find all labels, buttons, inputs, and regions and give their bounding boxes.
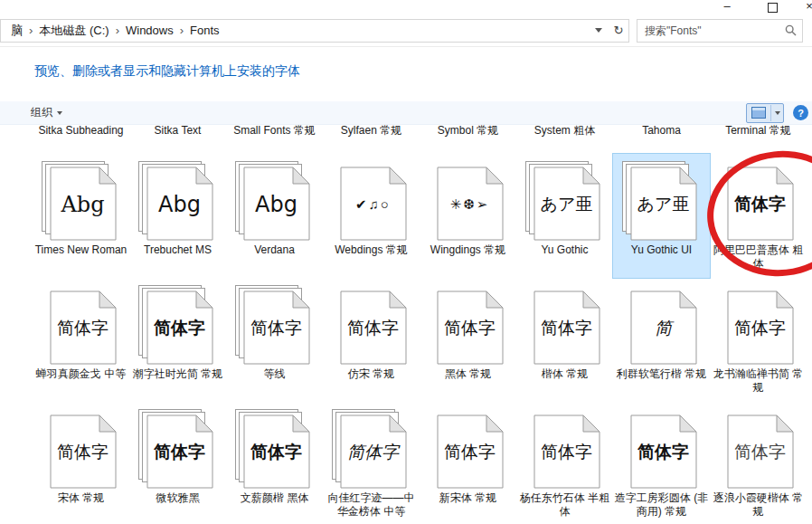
breadcrumb-separator-icon: ›	[27, 24, 34, 37]
font-item[interactable]: 简体字 阿里巴巴普惠体 粗体	[710, 154, 807, 278]
font-item-label: 向佳红字迹——中华金榜体 中等	[324, 491, 419, 519]
font-item-label: 龙书瀚临禅书简 常规	[711, 367, 806, 395]
font-item-label[interactable]: Terminal 常规	[710, 125, 807, 154]
font-file-icon: 简体字	[718, 409, 799, 491]
font-item[interactable]: 简体字 等线	[226, 278, 323, 402]
font-item[interactable]: ✳❆➢ Wingdings 常规	[420, 154, 516, 278]
view-mode-icon	[751, 107, 766, 119]
font-item-label[interactable]: Tahoma	[613, 125, 710, 154]
font-item[interactable]: Abg Times New Roman	[33, 154, 129, 278]
font-item[interactable]: 简体字 黑体 常规	[420, 278, 516, 402]
font-preview-text: 简体字	[437, 293, 504, 364]
font-preview-text: 简体字	[146, 293, 213, 364]
font-item-label: 造字工房彩圆体 (非商用) 常规	[614, 491, 709, 519]
font-item[interactable]: Abg Verdana	[226, 154, 323, 278]
font-preview-text: 简体字	[50, 417, 117, 488]
font-preview-text: 简体字	[533, 293, 600, 364]
clipped-label-row: Sitka SubheadingSitka TextSmall Fonts 常规…	[33, 125, 812, 154]
font-item-label: 杨任东竹石体 半粗体	[517, 491, 612, 519]
font-item-label[interactable]: System 粗体	[516, 125, 613, 154]
font-item-label[interactable]: Sitka Subheading	[33, 125, 129, 154]
font-file-icon: あア亜	[621, 161, 703, 243]
font-item-label: 潮字社时光简 常规	[133, 367, 222, 381]
font-item[interactable]: 简体字 潮字社时光简 常规	[129, 278, 226, 402]
font-preview-text: 简体字	[437, 417, 504, 488]
font-item[interactable]: 简体字 仿宋 常规	[323, 278, 420, 402]
font-preview-text: 简体字	[146, 417, 213, 488]
search-icon	[785, 24, 797, 36]
font-item[interactable]: 简 利群软笔行楷 常规	[613, 278, 710, 402]
font-file-icon: 简体字	[621, 409, 703, 491]
font-item[interactable]: 简体字 蝉羽真颜金戈 中等	[33, 278, 129, 402]
font-file-icon: 简体字	[234, 285, 316, 367]
address-box[interactable]: 脑 ›本地磁盘 (C:)›Windows›Fonts ↻	[0, 19, 629, 43]
font-item[interactable]: 简体字 造字工房彩圆体 (非商用) 常规	[613, 402, 710, 524]
font-file-icon: あア亜	[524, 161, 606, 243]
fonts-description-text: 预览、删除或者显示和隐藏计算机上安装的字体	[34, 63, 300, 80]
font-item-label: Webdings 常规	[335, 243, 407, 257]
maximize-button[interactable]	[762, 0, 782, 14]
organize-label: 组织	[31, 105, 52, 120]
font-item-label[interactable]: Sylfaen 常规	[323, 125, 420, 154]
search-box[interactable]	[637, 19, 803, 43]
font-item[interactable]: あア亜 Yu Gothic	[516, 154, 613, 278]
font-grid-row: 简体字 宋体 常规 简体字 微软雅黑 简体字 文薪颜楷 黑体	[33, 402, 812, 524]
font-item[interactable]: 简体字 向佳红字迹——中华金榜体 中等	[323, 402, 420, 524]
font-item-label: Wingdings 常规	[430, 243, 505, 257]
font-item-label[interactable]: Small Fonts 常规	[226, 125, 323, 154]
breadcrumb: 脑 ›本地磁盘 (C:)›Windows›Fonts	[6, 21, 224, 41]
font-preview-text: 简体字	[50, 293, 117, 364]
change-view-button[interactable]	[746, 103, 784, 123]
font-item-label: 利群软笔行楷 常规	[617, 367, 706, 381]
font-item[interactable]: 简体字 龙书瀚临禅书简 常规	[710, 278, 807, 402]
breadcrumb-item[interactable]: Fonts	[185, 22, 224, 39]
font-preview-text: Abg	[243, 169, 310, 240]
font-item-label: Times New Roman	[35, 243, 127, 257]
font-preview-text: 简体字	[727, 417, 794, 488]
minimize-button[interactable]: –	[717, 0, 737, 14]
font-item[interactable]: 简体字 楷体 常规	[516, 278, 613, 402]
font-item[interactable]: 简体字 杨任东竹石体 半粗体	[516, 402, 613, 524]
font-item[interactable]: 简体字 逐浪小霞硬楷体 常规	[710, 402, 807, 524]
font-grid: Abg Times New Roman Abg Trebuchet MS Abg…	[33, 154, 812, 524]
breadcrumb-item[interactable]: 本地磁盘 (C:)	[34, 21, 113, 41]
font-item-label: 阿里巴巴普惠体 粗体	[711, 243, 806, 271]
refresh-button[interactable]: ↻	[609, 20, 628, 42]
font-grid-row: 简体字 蝉羽真颜金戈 中等 简体字 潮字社时光简 常规 简体字 等线	[33, 278, 812, 402]
font-preview-text: ✳❆➢	[437, 169, 504, 240]
title-bar: – ×	[0, 0, 812, 14]
font-item-label[interactable]: Symbol 常规	[420, 125, 516, 154]
font-preview-text: 简体字	[243, 417, 310, 488]
help-button[interactable]: ?	[793, 105, 808, 120]
font-item[interactable]: 简体字 宋体 常规	[33, 402, 129, 524]
font-item[interactable]: 简体字 微软雅黑	[129, 402, 226, 524]
view-dropdown-arrow[interactable]	[771, 111, 783, 115]
search-input[interactable]	[643, 24, 785, 38]
font-file-icon: Abg	[41, 161, 122, 243]
organize-button[interactable]: 组织	[25, 102, 68, 123]
font-item[interactable]: Abg Trebuchet MS	[129, 154, 226, 278]
font-file-icon: 简体字	[524, 409, 606, 491]
font-item[interactable]: あア亜 Yu Gothic UI	[613, 154, 710, 278]
breadcrumb-prefix[interactable]: 脑	[6, 21, 27, 41]
font-preview-text: 简体字	[533, 417, 600, 488]
close-button[interactable]: ×	[799, 0, 812, 14]
font-file-icon: 简体字	[137, 285, 219, 367]
chevron-down-icon	[775, 111, 780, 115]
address-bar: 脑 ›本地磁盘 (C:)›Windows›Fonts ↻	[0, 14, 812, 47]
font-item-label: Verdana	[254, 243, 295, 257]
font-item[interactable]: 简体字 新宋体 常规	[420, 402, 516, 524]
font-preview-text: 简体字	[727, 169, 794, 240]
files-area[interactable]: Sitka SubheadingSitka TextSmall Fonts 常规…	[33, 125, 812, 524]
font-preview-text: 简体字	[340, 293, 407, 364]
font-preview-text: 简体字	[340, 417, 407, 488]
font-item-label: 文薪颜楷 黑体	[241, 491, 308, 505]
font-item[interactable]: ✔♫○ Webdings 常规	[323, 154, 420, 278]
address-dropdown-button[interactable]	[589, 20, 609, 42]
font-item-label: 仿宋 常规	[348, 367, 394, 381]
font-file-icon: 简体字	[524, 285, 606, 367]
breadcrumb-item[interactable]: Windows	[121, 22, 178, 39]
font-item[interactable]: 简体字 文薪颜楷 黑体	[226, 402, 323, 524]
font-file-icon: Abg	[234, 161, 316, 243]
font-item-label[interactable]: Sitka Text	[129, 125, 226, 154]
